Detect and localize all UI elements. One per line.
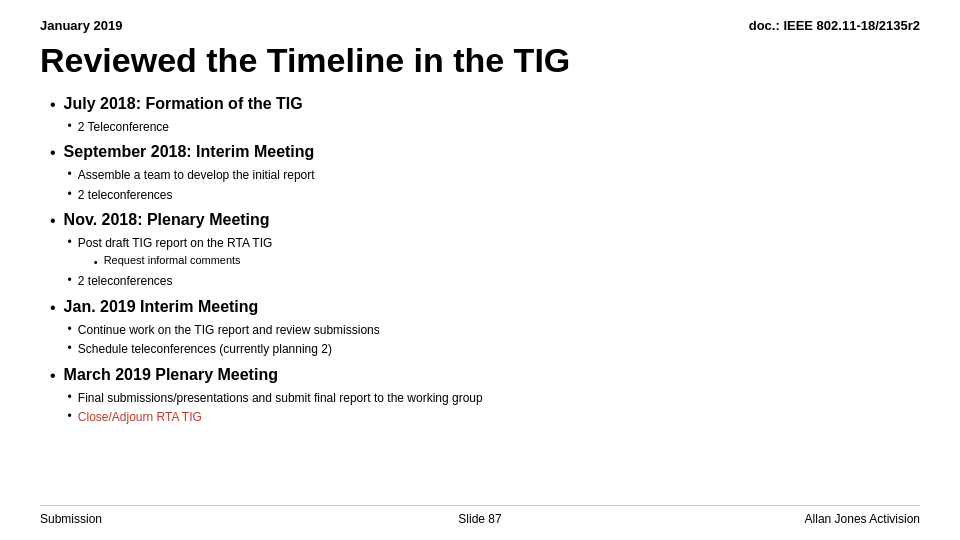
sub-bullet-0-0: •2 Teleconference bbox=[68, 117, 920, 136]
slide-footer: Submission Slide 87 Allan Jones Activisi… bbox=[40, 505, 920, 526]
slide-title: Reviewed the Timeline in the TIG bbox=[40, 41, 920, 80]
bullet-content-0: July 2018: Formation of the TIG•2 Teleco… bbox=[64, 94, 920, 136]
date-label: January 2019 bbox=[40, 18, 122, 33]
footer-slide-number: Slide 87 bbox=[333, 512, 626, 526]
sub-bullets-0: •2 Teleconference bbox=[64, 117, 920, 136]
sub-bullet-4-0: •Final submissions/presentations and sub… bbox=[68, 388, 920, 407]
sub-bullet-content-1-1: 2 teleconferences bbox=[78, 185, 173, 204]
sub-bullet-content-2-1: 2 teleconferences bbox=[78, 271, 173, 290]
sub-bullet-content-4-1: Close/Adjourn RTA TIG bbox=[78, 407, 202, 426]
sub-dot: • bbox=[68, 235, 72, 251]
sub-text-2-0: Post draft TIG report on the RTA TIG bbox=[78, 236, 273, 250]
slide: January 2019 doc.: IEEE 802.11-18/2135r2… bbox=[0, 0, 960, 540]
sub-bullet-content-4-0: Final submissions/presentations and subm… bbox=[78, 388, 483, 407]
sub-sub-bullets: •Request informal comments bbox=[78, 253, 273, 269]
sub-dot: • bbox=[68, 390, 72, 406]
main-bullet-text-4: March 2019 Plenary Meeting bbox=[64, 366, 278, 383]
sub-dot: • bbox=[68, 187, 72, 203]
sub-bullet-content-3-0: Continue work on the TIG report and revi… bbox=[78, 320, 380, 339]
sub-text-4-0: Final submissions/presentations and subm… bbox=[78, 391, 483, 405]
footer-author: Allan Jones Activision bbox=[627, 512, 920, 526]
sub-text-1-0: Assemble a team to develop the initial r… bbox=[78, 168, 315, 182]
sub-bullets-1: •Assemble a team to develop the initial … bbox=[64, 165, 920, 203]
sub-bullet-3-0: •Continue work on the TIG report and rev… bbox=[68, 320, 920, 339]
sub-text-0-0: 2 Teleconference bbox=[78, 120, 169, 134]
sub-bullet-4-1: •Close/Adjourn RTA TIG bbox=[68, 407, 920, 426]
sub-bullet-content-1-0: Assemble a team to develop the initial r… bbox=[78, 165, 315, 184]
main-bullet-4: •March 2019 Plenary Meeting•Final submis… bbox=[50, 365, 920, 427]
main-bullet-text-3: Jan. 2019 Interim Meeting bbox=[64, 298, 259, 315]
sub-sub-dot: • bbox=[94, 255, 98, 269]
sub-dot: • bbox=[68, 167, 72, 183]
sub-text-1-1: 2 teleconferences bbox=[78, 188, 173, 202]
sub-dot: • bbox=[68, 341, 72, 357]
bullet-content-3: Jan. 2019 Interim Meeting•Continue work … bbox=[64, 297, 920, 359]
main-bullet-text-1: September 2018: Interim Meeting bbox=[64, 143, 315, 160]
sub-bullet-content-0-0: 2 Teleconference bbox=[78, 117, 169, 136]
sub-bullet-1-1: •2 teleconferences bbox=[68, 185, 920, 204]
bullet-content-1: September 2018: Interim Meeting•Assemble… bbox=[64, 142, 920, 204]
main-bullet-text-0: July 2018: Formation of the TIG bbox=[64, 95, 303, 112]
main-bullet-1: •September 2018: Interim Meeting•Assembl… bbox=[50, 142, 920, 204]
sub-sub-bullet-0: •Request informal comments bbox=[94, 253, 273, 269]
bullet-dot: • bbox=[50, 95, 56, 116]
sub-bullet-2-0: •Post draft TIG report on the RTA TIG•Re… bbox=[68, 233, 920, 270]
main-bullet-0: •July 2018: Formation of the TIG•2 Telec… bbox=[50, 94, 920, 136]
bullet-content-4: March 2019 Plenary Meeting•Final submiss… bbox=[64, 365, 920, 427]
sub-dot: • bbox=[68, 322, 72, 338]
slide-content: •July 2018: Formation of the TIG•2 Telec… bbox=[40, 94, 920, 501]
bullet-content-2: Nov. 2018: Plenary Meeting•Post draft TI… bbox=[64, 210, 920, 290]
sub-dot: • bbox=[68, 409, 72, 425]
sub-text-2-1: 2 teleconferences bbox=[78, 274, 173, 288]
footer-submission: Submission bbox=[40, 512, 333, 526]
sub-text-3-1: Schedule teleconferences (currently plan… bbox=[78, 342, 332, 356]
bullet-dot: • bbox=[50, 366, 56, 387]
sub-bullets-2: •Post draft TIG report on the RTA TIG•Re… bbox=[64, 233, 920, 289]
sub-sub-text: Request informal comments bbox=[104, 253, 241, 267]
sub-bullets-3: •Continue work on the TIG report and rev… bbox=[64, 320, 920, 358]
bullet-dot: • bbox=[50, 143, 56, 164]
slide-header: January 2019 doc.: IEEE 802.11-18/2135r2 bbox=[40, 18, 920, 33]
sub-text-3-0: Continue work on the TIG report and revi… bbox=[78, 323, 380, 337]
bullet-dot: • bbox=[50, 211, 56, 232]
sub-bullets-4: •Final submissions/presentations and sub… bbox=[64, 388, 920, 426]
main-bullet-text-2: Nov. 2018: Plenary Meeting bbox=[64, 211, 270, 228]
sub-bullet-content-2-0: Post draft TIG report on the RTA TIG•Req… bbox=[78, 233, 273, 270]
sub-bullet-1-0: •Assemble a team to develop the initial … bbox=[68, 165, 920, 184]
sub-bullet-content-3-1: Schedule teleconferences (currently plan… bbox=[78, 339, 332, 358]
sub-dot: • bbox=[68, 119, 72, 135]
main-bullet-3: •Jan. 2019 Interim Meeting•Continue work… bbox=[50, 297, 920, 359]
sub-text-4-1: Close/Adjourn RTA TIG bbox=[78, 410, 202, 424]
sub-bullet-2-1: •2 teleconferences bbox=[68, 271, 920, 290]
sub-bullet-3-1: •Schedule teleconferences (currently pla… bbox=[68, 339, 920, 358]
main-bullet-2: •Nov. 2018: Plenary Meeting•Post draft T… bbox=[50, 210, 920, 290]
doc-ref-label: doc.: IEEE 802.11-18/2135r2 bbox=[749, 18, 920, 33]
bullet-dot: • bbox=[50, 298, 56, 319]
sub-dot: • bbox=[68, 273, 72, 289]
